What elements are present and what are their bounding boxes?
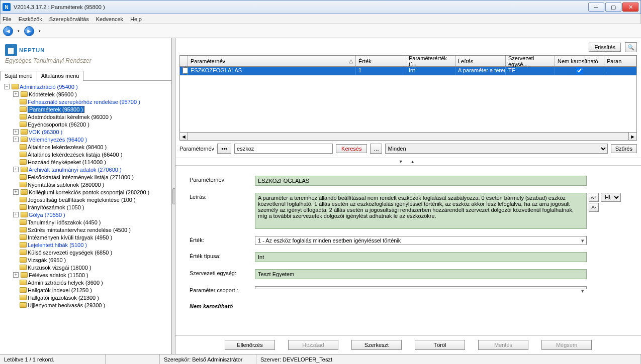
search-input[interactable] [234,144,333,154]
tree-item[interactable]: Archivált tanulmányi adatok (270600 ) [29,167,122,173]
menu-tools[interactable]: Eszközök [19,16,42,22]
tree-item[interactable]: Kurzusok vizsgái (18000 ) [28,265,91,271]
tree-item[interactable]: Adminisztráció (95400 ) [20,84,78,90]
search-button[interactable]: Keresés [336,144,367,153]
window-titlebar: N V2014.3.17.2 : Paraméterek (95800 ) ─ … [0,0,641,14]
value-desc: A paraméter a teremhez állandó beállítás… [255,193,587,229]
filter-button[interactable]: Szűrés [611,144,637,153]
maximize-button[interactable]: ▢ [605,3,621,12]
tree-item[interactable]: Hallgatói igazolások (21300 ) [28,295,99,301]
tab-general-menu[interactable]: Általános menü [37,71,84,81]
tree-expander[interactable]: + [13,167,19,172]
menu-file[interactable]: File [3,16,12,22]
scroll-right-icon[interactable]: ► [628,133,636,140]
tree-item[interactable]: Felhasználó szerepkörhöz rendelése (9570… [28,99,140,105]
tab-own-menu[interactable]: Saját menü [0,71,37,81]
value-combo[interactable]: 1 - Az eszköz foglalás minden esetben ig… [255,236,587,245]
col-org[interactable]: Szervezeti egysé... [506,56,555,66]
minimize-button[interactable]: ─ [588,3,604,12]
col-readonly[interactable]: Nem karosítható [555,56,604,66]
folder-icon [21,129,28,135]
tree-item[interactable]: Általános lekérdezések listája (66400 ) [28,152,122,158]
tree-expander[interactable]: + [13,91,19,97]
row-readonly-check[interactable] [576,67,583,74]
tree-item[interactable]: Hozzáad fényképeket (114000 ) [28,159,106,165]
tree-item[interactable]: Általános lekérdezések (98400 ) [28,144,107,150]
tree-expander[interactable]: + [13,189,19,195]
col-value[interactable]: Érték [356,56,406,66]
menu-roles[interactable]: Szerepkörváltás [49,16,89,22]
nav-forward-icon[interactable]: ► [24,26,34,36]
results-grid: Paraméternév△ Érték Paraméterérték tí...… [179,55,637,141]
col-extra[interactable]: Paran [604,56,636,66]
delete-button[interactable]: Töröl [415,340,465,350]
folder-icon [20,280,27,285]
tree-item[interactable]: Szűrés mintatantervhez rendelése (4500 ) [28,227,131,233]
tree-item[interactable]: Egyéncsoportok (96200 ) [28,122,89,128]
tree-item[interactable]: Féléves adatok (11500 ) [29,272,88,278]
tree-item[interactable]: Véleményezés (96400 ) [29,137,87,143]
language-select[interactable]: HU [601,193,621,202]
tree-item[interactable]: Vizsgák (6950 ) [28,257,66,263]
folder-icon [20,122,27,127]
settings-icon[interactable]: 🔍 [625,42,637,52]
grid-row[interactable]: ESZKOZFOGLALAS 1 Int A paraméter a terem… [180,67,636,75]
tree-item[interactable]: Kollégiumi korrekciós pontok csoportjai … [29,189,149,195]
edit-button[interactable]: Szerkeszt [351,340,402,350]
tree-item[interactable]: Jogosultság beállítások megtekintése (10… [28,197,136,203]
folder-icon [20,265,27,270]
filter-select[interactable]: Minden [385,144,607,154]
tree-item[interactable]: Tanulmányi időszakok (4450 ) [28,219,101,225]
refresh-button[interactable]: Frissítés [589,43,621,52]
tree-item[interactable]: Ujjlenyomat beolvasás (29300 ) [28,302,105,308]
folder-icon [21,212,28,217]
folder-icon [20,234,27,240]
search-more-button[interactable]: … [370,144,382,154]
menu-bar: File Eszközök Szerepkörváltás Kedvencek … [0,14,641,24]
menu-favorites[interactable]: Kedvencek [96,16,123,22]
tree-item[interactable]: Nyomtatási sablonok (280000 ) [28,182,104,188]
tree-item[interactable]: Irányítószámok (1050 ) [28,204,84,210]
tree-item[interactable]: Felsőoktatási intézmények listája (27180… [28,174,134,180]
folder-icon [20,106,27,112]
folder-icon [20,219,27,225]
folder-icon [21,272,28,278]
tree-item[interactable]: Külső szervezeti egységek (6850 ) [28,250,112,256]
folder-icon [20,152,27,157]
tree-item[interactable]: Gólya (70550 ) [29,212,65,218]
scroll-left-icon[interactable]: ◄ [180,133,188,140]
logo-tagline: Egységes Tanulmányi Rendszer [5,57,166,64]
splitter[interactable] [172,38,175,354]
group-combo[interactable] [255,286,587,289]
nav-tree[interactable]: −Adminisztráció (95400 )+Kódtételek (956… [0,81,171,354]
font-increase-button[interactable]: A+ [589,193,599,202]
tree-expander[interactable]: + [13,272,19,278]
tree-item[interactable]: Hallgatók indexei (21250 ) [28,287,92,293]
check-button[interactable]: Ellenőrzés [225,340,275,350]
tree-item[interactable]: Adatmódosítási kérelmek (96000 ) [28,114,112,120]
tree-item[interactable]: Adminisztrációs helyek (3600 ) [28,280,103,286]
nav-back-icon[interactable]: ◄ [3,26,13,36]
tree-item[interactable]: Paraméterek (95800 ) [28,106,84,113]
collapse-toggle[interactable]: ▼ ▲ [175,158,641,165]
tree-expander[interactable]: − [4,84,10,89]
tree-item[interactable]: Lejelentett hibák (5100 ) [28,242,87,248]
close-button[interactable]: ✕ [622,3,638,12]
col-valuetype[interactable]: Paraméterérték tí... [406,56,455,66]
status-bar: Letöltve 1 / 1 rekord. Szerepkör: Belső … [0,354,641,364]
detail-form: Paraméternév: ESZKOZFOGLALAS Leírás: A p… [175,165,641,335]
folder-icon [20,204,27,210]
tree-item[interactable]: VOK (96300 ) [29,129,62,135]
col-name[interactable]: Paraméternév△ [188,56,356,66]
font-decrease-button[interactable]: A- [589,203,599,212]
row-checkbox[interactable] [182,67,188,74]
tree-expander[interactable]: + [13,137,19,142]
folder-icon [20,227,27,232]
tree-item[interactable]: Kódtételek (95600 ) [29,91,77,97]
tree-item[interactable]: Intézményen kívüli tárgyak (4950 ) [28,234,112,240]
col-desc[interactable]: Leírás [455,56,506,66]
tree-expander[interactable]: + [13,212,19,217]
label-group: Paraméter csoport : [190,286,255,293]
tree-expander[interactable]: + [13,129,19,135]
menu-help[interactable]: Help [130,16,142,22]
